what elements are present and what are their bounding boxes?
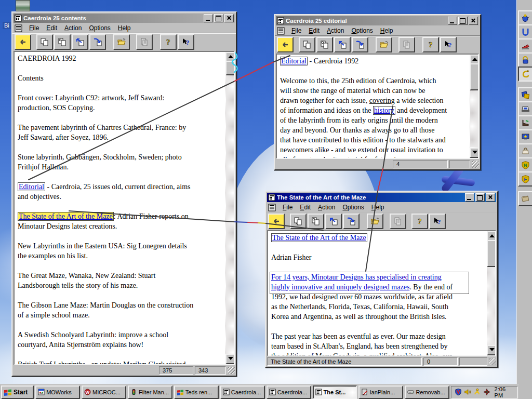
help-button[interactable]: ?	[411, 214, 428, 229]
resize-grip[interactable]	[489, 358, 496, 365]
link-back-button[interactable]	[334, 37, 351, 52]
scroll-down-button[interactable]	[487, 345, 496, 355]
menu-help[interactable]: Help	[115, 24, 134, 32]
link-forward-button[interactable]	[89, 34, 106, 50]
back-button[interactable]	[15, 34, 31, 50]
launcher-magnet-icon[interactable]	[518, 24, 532, 39]
state-of-art-link[interactable]: The State of the Art of the Maze	[18, 212, 114, 221]
menu-help[interactable]: Help	[368, 203, 388, 211]
titlebar-contents[interactable]: Caerdroia 25 contents	[14, 14, 235, 23]
menu-edit[interactable]: Edit	[297, 203, 314, 211]
resize-grip[interactable]	[472, 161, 479, 168]
desktop-icon-partial[interactable]	[16, 0, 30, 11]
minimize-button[interactable]	[204, 14, 213, 22]
copy-pages-button[interactable]	[290, 214, 307, 229]
launcher-shield-n-icon[interactable]: N	[518, 157, 532, 172]
scroll-thumb[interactable]	[470, 63, 479, 90]
context-help-button[interactable]: ?	[440, 37, 457, 52]
taskbar-task-state-of-art[interactable]: The St...	[313, 385, 357, 399]
scroll-down-button[interactable]	[225, 354, 235, 364]
menu-file[interactable]: File	[26, 24, 42, 32]
launcher-laptop-icon[interactable]	[518, 101, 532, 116]
maximize-button[interactable]	[458, 17, 468, 25]
taskbar-task-caerdroia-contents[interactable]: Caerdroia...	[220, 385, 265, 399]
menu-file[interactable]: File	[288, 26, 304, 35]
open-folder-button[interactable]	[113, 34, 130, 50]
copy-pages-button[interactable]	[299, 37, 315, 52]
vertical-scrollbar[interactable]	[487, 231, 495, 355]
virus-scanner-icon[interactable]	[483, 388, 490, 396]
taskbar-task-ianplain[interactable]: IanPlain...	[358, 385, 403, 399]
duplicate-pages-button[interactable]	[136, 34, 153, 50]
link-forward-button[interactable]	[343, 214, 360, 229]
link-forward-button[interactable]	[352, 37, 368, 52]
menu-options[interactable]: Options	[86, 24, 113, 32]
maximize-button[interactable]	[214, 14, 223, 22]
replace-pages-button[interactable]	[308, 214, 324, 229]
close-button[interactable]	[224, 14, 234, 22]
open-folder-button[interactable]	[367, 214, 383, 229]
minimize-button[interactable]	[448, 17, 457, 25]
volume-icon[interactable]	[464, 388, 471, 396]
menu-help[interactable]: Help	[377, 26, 396, 35]
editorial-link[interactable]: Editorial	[18, 182, 45, 191]
context-help-button[interactable]: ?	[429, 214, 446, 229]
taskbar-task-teds[interactable]: Teds ren...	[174, 385, 219, 399]
titlebar-maze[interactable]: The State of the Art of the Maze	[267, 193, 496, 202]
launcher-monitor-icon[interactable]	[518, 129, 532, 144]
close-button[interactable]	[486, 193, 495, 202]
help-button[interactable]: ?	[422, 37, 439, 52]
link-back-button[interactable]	[72, 34, 88, 50]
maximize-button[interactable]	[475, 193, 485, 202]
desktop-icon-label[interactable]: Bi	[3, 22, 11, 29]
back-button[interactable]	[268, 214, 285, 229]
editorial-topic-link[interactable]: Editorial	[280, 57, 308, 65]
taskbar-task-microc[interactable]: W MICROC...	[82, 385, 126, 399]
taskbar-task-filter-manager[interactable]: Filter Man...	[128, 385, 172, 399]
scroll-down-button[interactable]	[470, 148, 479, 158]
menu-options[interactable]: Options	[339, 203, 367, 211]
context-help-button[interactable]: ?	[178, 34, 194, 50]
topic-document-icon[interactable]	[277, 27, 285, 35]
replace-pages-button[interactable]	[316, 37, 333, 52]
back-button[interactable]	[277, 37, 294, 52]
launcher-disks-icon[interactable]	[518, 87, 532, 102]
taskbar-task-removable[interactable]: Removab...	[405, 385, 449, 399]
close-button[interactable]	[469, 17, 478, 25]
copy-pages-button[interactable]	[36, 34, 53, 50]
link-back-button[interactable]	[325, 214, 342, 229]
maze-topic-link[interactable]: The State of the Art of the Maze	[271, 233, 367, 242]
menu-edit[interactable]: Edit	[305, 26, 323, 35]
history-link[interactable]: history	[373, 106, 395, 115]
topic-document-icon[interactable]	[268, 204, 276, 211]
duplicate-pages-button[interactable]	[390, 214, 406, 229]
vertical-scrollbar[interactable]	[470, 55, 478, 158]
launcher-bag-icon[interactable]	[518, 143, 532, 158]
replace-pages-button[interactable]	[54, 34, 71, 50]
taskbar-task-caerdroia-editorial[interactable]: Caerdroia...	[267, 385, 311, 399]
launcher-padlock-icon[interactable]	[518, 52, 532, 68]
menu-action[interactable]: Action	[315, 203, 338, 211]
launcher-bug-icon[interactable]	[518, 10, 532, 25]
menu-options[interactable]: Options	[348, 26, 376, 35]
topic-document-icon[interactable]	[15, 24, 23, 32]
help-button[interactable]: ?	[160, 34, 177, 50]
antivirus-shield-icon[interactable]	[455, 388, 462, 396]
launcher-shield-f-icon[interactable]: F	[518, 171, 532, 187]
scroll-thumb[interactable]	[487, 240, 496, 267]
vertical-scrollbar[interactable]	[225, 52, 234, 364]
titlebar-editorial[interactable]: Caerdroia 25 editorial	[276, 16, 479, 25]
resize-grip[interactable]	[228, 367, 235, 374]
messenger-man-icon[interactable]	[473, 388, 481, 396]
duplicate-pages-button[interactable]	[398, 37, 415, 52]
taskbar-task-moworks[interactable]: MOWorks	[35, 385, 80, 399]
menu-action[interactable]: Action	[324, 26, 347, 35]
open-folder-button[interactable]	[376, 37, 392, 52]
menu-file[interactable]: File	[280, 203, 296, 211]
clock[interactable]: 2:06 PM	[495, 386, 514, 398]
scroll-thumb[interactable]	[225, 61, 235, 75]
launcher-stapler-icon[interactable]	[518, 38, 532, 54]
menu-action[interactable]: Action	[61, 24, 85, 32]
launcher-boot-icon[interactable]	[518, 115, 532, 130]
start-button[interactable]: Start	[1, 385, 34, 399]
